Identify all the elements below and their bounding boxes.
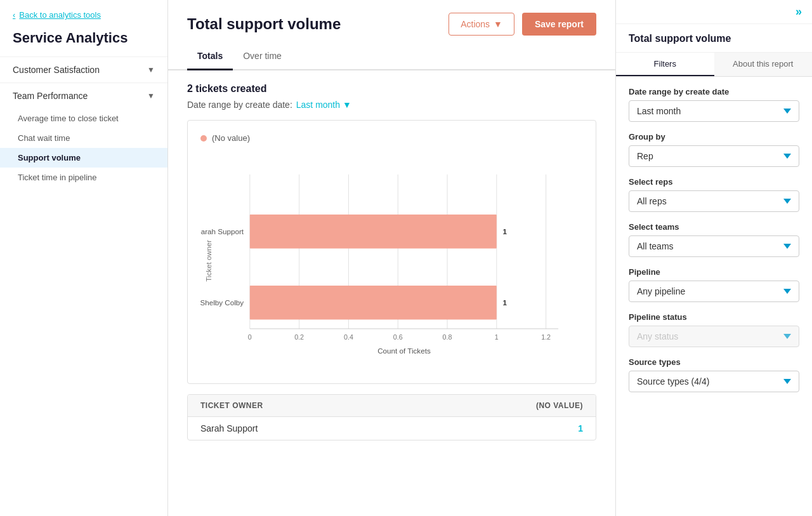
- chevron-down-icon: ▼: [147, 91, 155, 100]
- table-value-cell: 1: [520, 423, 583, 433]
- pipeline-status-label: Pipeline status: [629, 312, 799, 322]
- sidebar: ‹ Back to analytics tools Service Analyt…: [0, 0, 168, 516]
- content-area: 2 tickets created Date range by create d…: [168, 70, 615, 516]
- sidebar-item-avg-close[interactable]: Average time to close ticket: [0, 109, 167, 128]
- legend-label: (No value): [212, 133, 250, 143]
- back-link[interactable]: ‹ Back to analytics tools: [0, 0, 167, 27]
- back-link-label: Back to analytics tools: [19, 10, 101, 20]
- svg-rect-12: [250, 286, 497, 319]
- sidebar-title: Service Analytics: [0, 27, 167, 56]
- sidebar-item-chat-wait[interactable]: Chat wait time: [0, 128, 167, 148]
- pipeline-select[interactable]: Any pipeline: [629, 281, 799, 302]
- filter-group-date-range: Date range by create date Last month Las…: [629, 87, 799, 122]
- source-types-label: Source types: [629, 357, 799, 367]
- dropdown-arrow-icon: ▼: [343, 100, 351, 110]
- tickets-count: 2 tickets created: [187, 83, 266, 94]
- legend-dot: [200, 135, 207, 142]
- svg-text:1: 1: [495, 333, 499, 341]
- svg-text:1.2: 1.2: [541, 333, 551, 341]
- sidebar-section-team-performance: Team Performance ▼ Average time to close…: [0, 83, 167, 192]
- panel-content: Date range by create date Last month Las…: [616, 77, 812, 402]
- chart-container: (No value) Ticket owner: [187, 120, 596, 384]
- section-label: Customer Satisfaction: [13, 65, 100, 75]
- actions-button[interactable]: Actions ▼: [449, 13, 514, 36]
- sidebar-items-team-performance: Average time to close ticket Chat wait t…: [0, 109, 167, 192]
- filter-group-select-reps: Select reps All reps: [629, 177, 799, 212]
- date-range-value: Last month: [296, 100, 340, 110]
- page-title: Total support volume: [187, 15, 341, 33]
- select-teams-select[interactable]: All teams: [629, 235, 799, 257]
- sidebar-section-header-team-performance[interactable]: Team Performance ▼: [0, 83, 167, 109]
- sidebar-section-customer-satisfaction: Customer Satisfaction ▼: [0, 56, 167, 83]
- group-by-select[interactable]: Rep Team Pipeline: [629, 145, 799, 167]
- panel-tab-about[interactable]: About this report: [714, 53, 813, 76]
- tab-totals[interactable]: Totals: [187, 46, 233, 70]
- panel-top-bar: »: [616, 0, 812, 24]
- date-range-link[interactable]: Last month ▼: [296, 100, 351, 110]
- date-range-row: Date range by create date: Last month ▼: [187, 100, 596, 110]
- filter-group-pipeline-status: Pipeline status Any status: [629, 312, 799, 347]
- dropdown-arrow-icon: ▼: [494, 19, 502, 29]
- tab-over-time[interactable]: Over time: [233, 46, 292, 70]
- tickets-info: 2 tickets created: [187, 83, 596, 95]
- panel-tab-filters[interactable]: Filters: [616, 53, 714, 76]
- back-arrow-icon: ‹: [13, 10, 15, 20]
- right-panel: » Total support volume Filters About thi…: [615, 0, 812, 516]
- svg-text:0.2: 0.2: [294, 333, 304, 341]
- sidebar-item-label: Average time to close ticket: [18, 114, 119, 123]
- svg-text:0.6: 0.6: [393, 333, 403, 341]
- svg-text:Shelby Colby: Shelby Colby: [200, 298, 244, 307]
- save-report-button[interactable]: Save report: [522, 13, 596, 36]
- pipeline-label: Pipeline: [629, 267, 799, 277]
- svg-text:0.4: 0.4: [344, 333, 353, 341]
- chart-svg: Ticket owner Sarah Support 1: [200, 153, 583, 371]
- section-label: Team Performance: [13, 91, 88, 101]
- chart-legend: (No value): [200, 133, 583, 143]
- sidebar-item-label: Chat wait time: [18, 133, 70, 143]
- select-reps-select[interactable]: All reps: [629, 190, 799, 212]
- filter-group-pipeline: Pipeline Any pipeline: [629, 267, 799, 302]
- source-types-select[interactable]: Source types (4/4): [629, 371, 799, 392]
- tabs-bar: Totals Over time: [168, 36, 615, 70]
- svg-text:0.8: 0.8: [443, 333, 452, 341]
- panel-tabs: Filters About this report: [616, 53, 812, 77]
- date-range-label: Date range by create date:: [187, 100, 292, 110]
- table-row: Sarah Support 1: [188, 417, 596, 440]
- col-owner-header: TICKET OWNER: [200, 401, 520, 410]
- date-range-select[interactable]: Last month Last 7 days Last 30 days This…: [629, 100, 799, 122]
- svg-text:Ticket owner: Ticket owner: [205, 240, 213, 282]
- sidebar-item-support-volume[interactable]: Support volume: [0, 148, 167, 168]
- svg-text:Sarah Support: Sarah Support: [200, 227, 244, 235]
- collapse-icon[interactable]: »: [796, 5, 802, 18]
- sidebar-item-ticket-time[interactable]: Ticket time in pipeline: [0, 168, 167, 187]
- main-content: Total support volume Actions ▼ Save repo…: [168, 0, 615, 516]
- pipeline-status-select[interactable]: Any status: [629, 326, 799, 347]
- main-header: Total support volume Actions ▼ Save repo…: [168, 0, 615, 36]
- actions-label: Actions: [461, 19, 490, 29]
- date-range-filter-label: Date range by create date: [629, 87, 799, 96]
- select-teams-label: Select teams: [629, 222, 799, 232]
- svg-text:1: 1: [503, 227, 508, 235]
- sidebar-item-label: Ticket time in pipeline: [18, 173, 97, 182]
- svg-text:0: 0: [248, 333, 252, 341]
- filter-group-select-teams: Select teams All teams: [629, 222, 799, 257]
- svg-text:Count of Tickets: Count of Tickets: [377, 347, 431, 355]
- table-container: TICKET OWNER (NO VALUE) Sarah Support 1: [187, 394, 596, 440]
- panel-section-title: Total support volume: [616, 24, 812, 53]
- table-header: TICKET OWNER (NO VALUE): [188, 395, 596, 417]
- header-actions: Actions ▼ Save report: [449, 13, 596, 36]
- chevron-down-icon: ▼: [147, 65, 155, 74]
- select-reps-label: Select reps: [629, 177, 799, 187]
- group-by-filter-label: Group by: [629, 132, 799, 142]
- filter-group-source-types: Source types Source types (4/4): [629, 357, 799, 392]
- sidebar-item-label: Support volume: [18, 153, 81, 162]
- col-value-header: (NO VALUE): [520, 401, 583, 410]
- table-owner-cell: Sarah Support: [200, 423, 520, 433]
- svg-rect-9: [250, 215, 497, 248]
- sidebar-section-header-customer-satisfaction[interactable]: Customer Satisfaction ▼: [0, 57, 167, 83]
- svg-text:1: 1: [503, 298, 508, 307]
- filter-group-group-by: Group by Rep Team Pipeline: [629, 132, 799, 167]
